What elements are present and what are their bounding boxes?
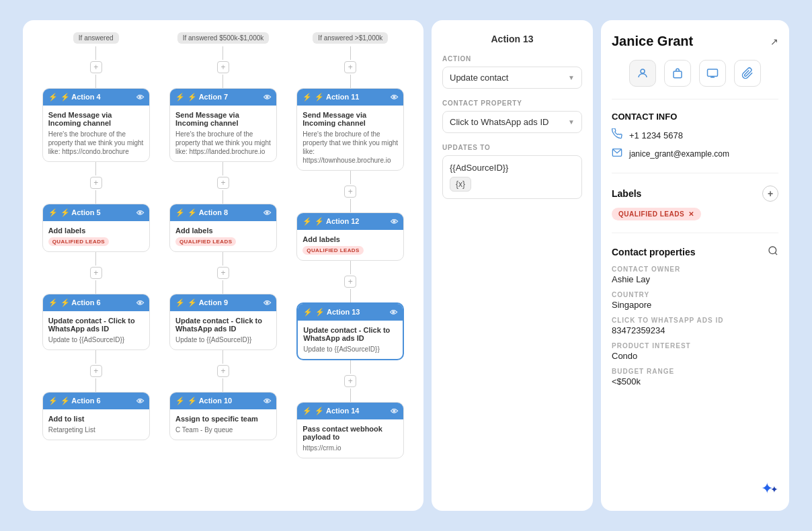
dropdown-arrow-property: ▼ [568,118,575,126]
svg-rect-2 [708,69,718,77]
action-7-node[interactable]: ⚡⚡ Action 7 👁 Send Message via Incoming … [169,88,277,162]
contact-property-label: CONTACT PROPERTY [442,99,582,107]
action-5-node[interactable]: ⚡⚡ Action 5 👁 Add labels QUALIFIED LEADS [42,204,150,252]
action-10-node[interactable]: ⚡⚡ Action 10 👁 Assign to specific team C… [169,392,277,440]
action-10-header: ⚡⚡ Action 10 👁 [170,393,276,409]
search-properties-btn[interactable] [768,245,778,259]
action-13-header: ⚡⚡ Action 13 👁 [298,304,403,321]
action-11-node[interactable]: ⚡⚡ Action 11 👁 Send Message via Incoming… [296,88,404,171]
action-label: ACTION [442,55,582,63]
sparkle-container: ✦ ✦ [612,480,778,497]
prop-product-interest: PRODUCT INTEREST Condo [612,342,778,361]
plus-btn-2d[interactable]: + [217,365,229,377]
flow-column-2: If answered $500k-$1,000k + ⚡⚡ Action 7 … [162,32,284,499]
divider-1 [612,99,778,99]
action-7-header: ⚡⚡ Action 7 👁 [170,89,276,106]
contact-tab-monitor[interactable] [699,60,726,87]
if-answered-tag-3: If answered >$1,000k [313,32,388,44]
action-panel: Action 13 ACTION Update contact ▼ CONTAC… [432,20,593,511]
action-6b-body: Add to list Retargeting List [43,409,149,440]
contact-tab-person[interactable] [629,60,656,87]
add-label-btn[interactable]: + [762,186,778,202]
qualified-leads-tag: QUALIFIED LEADS ✕ [612,208,701,220]
contact-info-title: CONTACT INFO [612,112,778,122]
properties-section: Contact properties CONTACT OWNER Ashie L… [612,245,778,386]
divider-2 [612,173,778,173]
action-9-node[interactable]: ⚡⚡ Action 9 👁 Update contact - Click to … [169,294,277,350]
contact-info-section: CONTACT INFO +1 1234 5678 janice_grant@e… [612,112,778,161]
prop-contact-owner: CONTACT OWNER Ashie Lay [612,266,778,284]
plus-btn-2a[interactable]: + [217,61,229,73]
flow-canvas: If answered + ⚡ ⚡ Action 4 👁 [23,20,423,511]
action-9-body: Update contact - Click to WhatsApp ads I… [170,311,276,350]
action-14-body: Pass contact webhook payload to https://… [297,419,403,458]
action-14-node[interactable]: ⚡⚡ Action 14 👁 Pass contact webhook payl… [296,402,404,458]
flow-column-1: If answered + ⚡ ⚡ Action 4 👁 [35,32,157,499]
contact-tab-paperclip[interactable] [734,60,761,87]
action-8-node[interactable]: ⚡⚡ Action 8 👁 Add labels QUALIFIED LEADS [169,204,277,252]
email-icon [612,147,622,161]
phone-row: +1 1234 5678 [612,128,778,142]
contact-header: Janice Grant ↗ [612,34,778,49]
prop-whatsapp-ads-id: CLICK TO WHATSAPP ADS ID 83472359234 [612,317,778,335]
plus-btn-2b[interactable]: + [217,177,229,189]
action-6a-body: Update contact - Click to WhatsApp ads I… [43,311,149,350]
plus-btn-3b[interactable]: + [344,186,356,198]
plus-btn-3d[interactable]: + [344,375,356,387]
external-link-icon[interactable]: ↗ [770,36,778,47]
action-12-header: ⚡⚡ Action 12 👁 [297,213,403,230]
remove-label-btn[interactable]: ✕ [688,210,694,218]
properties-list: CONTACT OWNER Ashie Lay COUNTRY Singapor… [612,266,778,386]
action-6b-node[interactable]: ⚡⚡ Action 6 👁 Add to list Retargeting Li… [42,392,150,440]
svg-point-0 [641,69,645,73]
contact-property-dropdown[interactable]: Click to WhatsApp ads ID ▼ [442,111,582,133]
action-6b-header: ⚡⚡ Action 6 👁 [43,393,149,409]
svg-rect-1 [674,71,682,78]
labels-section: Labels + QUALIFIED LEADS ✕ [612,186,778,220]
action-11-body: Send Message via Incoming channel Here's… [297,106,403,170]
action-10-body: Assign to specific team C Team - By queu… [170,409,276,440]
action-14-header: ⚡⚡ Action 14 👁 [297,403,403,419]
formula-tag[interactable]: {x} [450,177,471,192]
action-5-body: Add labels QUALIFIED LEADS [43,221,149,251]
plus-btn-1b[interactable]: + [90,177,102,189]
action-6a-node[interactable]: ⚡⚡ Action 6 👁 Update contact - Click to … [42,294,150,350]
plus-btn-3c[interactable]: + [344,276,356,288]
action-5-header: ⚡⚡ Action 5 👁 [43,204,149,221]
labels-list: QUALIFIED LEADS ✕ [612,207,778,220]
contact-tab-bag[interactable] [664,60,691,87]
email-row: janice_grant@example.com [612,147,778,161]
action-6a-header: ⚡⚡ Action 6 👁 [43,294,149,311]
contact-panel: Janice Grant ↗ CONTACT INFO [601,20,789,511]
prop-budget-range: BUDGET RANGE <$500k [612,368,778,386]
plus-btn-1c[interactable]: + [90,267,102,279]
action-13-node[interactable]: ⚡⚡ Action 13 👁 Update contact - Click to… [296,302,404,360]
action-8-body: Add labels QUALIFIED LEADS [170,221,276,251]
plus-btn-2c[interactable]: + [217,267,229,279]
action-4-node[interactable]: ⚡ ⚡ Action 4 👁 Send Message via Incoming… [42,88,150,162]
action-7-body: Send Message via Incoming channel Here's… [170,106,276,161]
divider-3 [612,233,778,233]
svg-line-7 [775,253,777,255]
plus-btn-1d[interactable]: + [90,365,102,377]
phone-value: +1 1234 5678 [629,130,683,140]
updates-to-field: UPDATES TO {{AdSourceID}} {x} [442,144,582,199]
action-dropdown[interactable]: Update contact ▼ [442,67,582,89]
action-12-body: Add labels QUALIFIED LEADS [297,230,403,260]
main-container: If answered + ⚡ ⚡ Action 4 👁 [16,13,796,518]
properties-title: Contact properties [612,245,778,259]
labels-title: Labels + [612,186,778,202]
flow-column-3: If answered >$1,000k + ⚡⚡ Action 11 👁 Se… [290,32,411,499]
if-answered-tag-1: If answered [73,32,119,44]
contact-tabs [612,60,778,87]
plus-btn-1[interactable]: + [90,61,102,73]
plus-btn-3a[interactable]: + [344,61,356,73]
flow-panel: If answered + ⚡ ⚡ Action 4 👁 [23,20,423,511]
action-panel-title: Action 13 [442,34,582,44]
action-field: ACTION Update contact ▼ [442,55,582,89]
updates-to-box[interactable]: {{AdSourceID}} {x} [442,155,582,199]
action-12-node[interactable]: ⚡⚡ Action 12 👁 Add labels QUALIFIED LEAD… [296,212,404,261]
phone-icon [612,128,622,142]
sparkle-icon-2: ✦ [770,484,778,497]
action-9-header: ⚡⚡ Action 9 👁 [170,294,276,311]
